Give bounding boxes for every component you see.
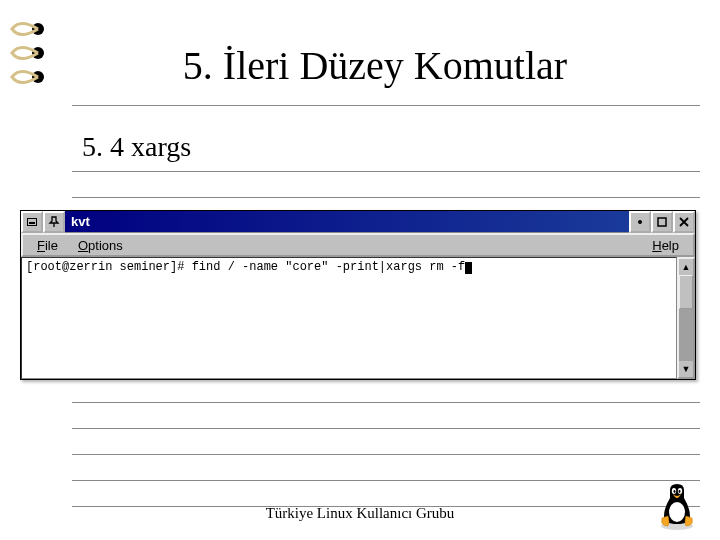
svg-point-3 (638, 220, 642, 224)
tux-logo-icon (656, 482, 698, 530)
scroll-up-icon[interactable]: ▲ (679, 259, 693, 275)
menu-options[interactable]: Options (68, 236, 133, 255)
maximize-button[interactable] (651, 211, 673, 233)
section-subtitle: 5. 4 xargs (82, 131, 720, 163)
svg-point-9 (674, 490, 676, 493)
scroll-thumb[interactable] (679, 275, 693, 309)
menubar: File Options Help (21, 233, 695, 257)
scroll-down-icon[interactable]: ▼ (679, 361, 693, 377)
terminal-output[interactable]: [root@zerrin seminer]# find / -name "cor… (21, 257, 677, 379)
minimize-button[interactable] (629, 211, 651, 233)
window-title: kvt (65, 211, 629, 232)
sticky-button[interactable] (43, 211, 65, 233)
close-button[interactable] (673, 211, 695, 233)
titlebar: kvt (21, 211, 695, 233)
system-menu-button[interactable] (21, 211, 43, 233)
svg-rect-4 (658, 218, 666, 226)
cursor-icon (465, 262, 472, 274)
scroll-track[interactable] (679, 275, 693, 361)
svg-point-10 (679, 490, 681, 493)
terminal-window: kvt File Options Help [root@zerrin semin… (20, 210, 696, 380)
terminal-body: [root@zerrin seminer]# find / -name "cor… (21, 257, 695, 379)
menu-file[interactable]: File (27, 236, 68, 255)
menu-help[interactable]: Help (642, 236, 689, 255)
vertical-scrollbar[interactable]: ▲ ▼ (677, 257, 695, 379)
page-title: 5. İleri Düzey Komutlar (0, 42, 720, 89)
footer-text: Türkiye Linux Kullanıcı Grubu (0, 505, 720, 522)
svg-point-6 (669, 502, 685, 522)
